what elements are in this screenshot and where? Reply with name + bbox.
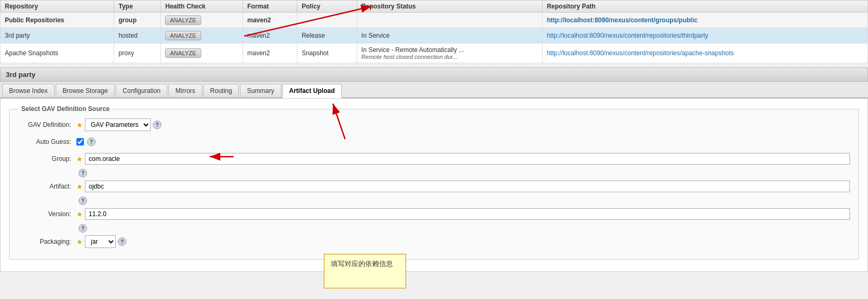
repo-policy-cell: Release [297, 28, 357, 44]
tab-configuration[interactable]: Configuration [116, 84, 167, 97]
analyze-button[interactable]: ANALYZE [165, 15, 201, 25]
repo-path-link[interactable]: http://localhost:8090/nexus/content/repo… [547, 32, 708, 39]
table-row[interactable]: Public RepositoriesgroupANALYZEmaven2htt… [1, 13, 868, 28]
gav-help-icon[interactable]: ? [153, 121, 161, 129]
packaging-required-star: ★ [76, 238, 83, 246]
repo-path-link[interactable]: http://localhost:8090/nexus/content/grou… [547, 16, 698, 24]
section-header: 3rd party [0, 67, 868, 82]
table-row[interactable]: 3rd partyhostedANALYZEmaven2ReleaseIn Se… [1, 28, 868, 44]
tabs-container: Browse IndexBrowse StorageConfigurationM… [0, 82, 868, 98]
tab-routing[interactable]: Routing [203, 84, 239, 97]
artifact-help-row: ? [76, 197, 850, 205]
repo-health-cell[interactable]: ANALYZE [161, 28, 243, 44]
version-input[interactable] [85, 208, 850, 220]
gav-definition-row: GAV Definition: ★ GAV Parameters From PO… [18, 118, 850, 132]
repo-policy-cell: Snapshot [297, 44, 357, 63]
col-path: Repository Path [542, 1, 867, 13]
repo-policy-cell [297, 13, 357, 28]
packaging-label: Packaging: [18, 238, 76, 245]
gav-select-wrapper: GAV Parameters From POM Manual ? [85, 118, 161, 131]
version-help-icon[interactable]: ? [79, 224, 87, 233]
artifact-label: Artifact: [18, 183, 76, 190]
repo-type-cell: hosted [114, 28, 161, 44]
repo-name-cell: Public Repositories [1, 13, 114, 28]
repo-health-cell[interactable]: ANALYZE [161, 44, 243, 63]
repo-status-cell: In Service - Remote Automatically ...Rem… [357, 44, 542, 63]
gav-definition-fieldset: Select GAV Definition Source GAV Definit… [9, 105, 859, 260]
analyze-button[interactable]: ANALYZE [165, 48, 201, 58]
artifact-row: Artifact: ★ [18, 180, 850, 193]
repo-path-link[interactable]: http://localhost:8090/nexus/content/repo… [547, 49, 734, 57]
col-policy: Policy [297, 1, 357, 13]
packaging-row: Packaging: ★ jar war ear pom ? [18, 235, 850, 249]
repo-type-cell: proxy [114, 44, 161, 63]
auto-guess-help-icon[interactable]: ? [87, 138, 96, 146]
version-required-star: ★ [76, 210, 83, 218]
gav-definition-label: GAV Definition: [18, 121, 76, 129]
repo-health-cell[interactable]: ANALYZE [161, 13, 243, 28]
version-help-row: ? [76, 224, 850, 233]
repo-status-cell: In Service [357, 28, 542, 44]
group-row: Group: ★ [18, 152, 850, 166]
main-wrapper: Repository Type Health Check Format Poli… [0, 0, 868, 299]
packaging-help-icon[interactable]: ? [118, 237, 126, 246]
gav-definition-select[interactable]: GAV Parameters From POM Manual [85, 118, 151, 131]
artifact-help-icon[interactable]: ? [79, 197, 87, 205]
auto-guess-label: Auto Guess: [18, 138, 76, 146]
repo-name-cell: Apache Snapshots [1, 44, 114, 63]
tab-browse-index[interactable]: Browse Index [2, 84, 55, 97]
analyze-button[interactable]: ANALYZE [165, 31, 201, 40]
group-required-star: ★ [76, 155, 83, 163]
repo-type-cell: group [114, 13, 161, 28]
section-title: 3rd party [6, 71, 36, 79]
repo-format-cell: maven2 [243, 13, 297, 28]
group-help-icon[interactable]: ? [79, 169, 87, 177]
packaging-select-wrapper: jar war ear pom ? [85, 235, 126, 248]
tooltip-box: 填写对应的依赖信息 [324, 254, 406, 288]
artifact-required-star: ★ [76, 183, 83, 191]
col-type: Type [114, 1, 161, 13]
repo-name-cell: 3rd party [1, 28, 114, 44]
artifact-input[interactable] [85, 181, 850, 192]
form-area: Select GAV Definition Source GAV Definit… [0, 98, 868, 272]
repo-format-cell: maven2 [243, 44, 297, 63]
tab-mirrors[interactable]: Mirrors [168, 84, 202, 97]
col-format: Format [243, 1, 297, 13]
col-healthcheck: Health Check [161, 1, 243, 13]
version-label: Version: [18, 210, 76, 218]
repo-path-cell[interactable]: http://localhost:8090/nexus/content/repo… [542, 44, 867, 63]
auto-guess-checkbox[interactable] [76, 138, 84, 146]
repo-format-cell: maven2 [243, 28, 297, 44]
repo-path-cell[interactable]: http://localhost:8090/nexus/content/repo… [542, 28, 867, 44]
gav-required-star: ★ [76, 121, 83, 129]
auto-guess-row: Auto Guess: ? [18, 135, 850, 149]
group-help-row: ? [76, 169, 850, 177]
tab-browse-storage[interactable]: Browse Storage [56, 84, 115, 97]
group-label: Group: [18, 155, 76, 163]
tab-artifact-upload[interactable]: Artifact Upload [282, 84, 342, 98]
col-repository: Repository [1, 1, 114, 13]
repository-table: Repository Type Health Check Format Poli… [0, 0, 868, 63]
tooltip-text: 填写对应的依赖信息 [331, 260, 393, 268]
packaging-select[interactable]: jar war ear pom [85, 235, 116, 248]
fieldset-legend: Select GAV Definition Source [18, 105, 113, 113]
col-status: Repository Status [357, 1, 542, 13]
table-row[interactable]: Apache SnapshotsproxyANALYZEmaven2Snapsh… [1, 44, 868, 63]
repo-status-cell [357, 13, 542, 28]
repo-path-cell[interactable]: http://localhost:8090/nexus/content/grou… [542, 13, 867, 28]
tab-summary[interactable]: Summary [240, 84, 281, 97]
group-input[interactable] [85, 153, 850, 165]
version-row: Version: ★ [18, 207, 850, 221]
